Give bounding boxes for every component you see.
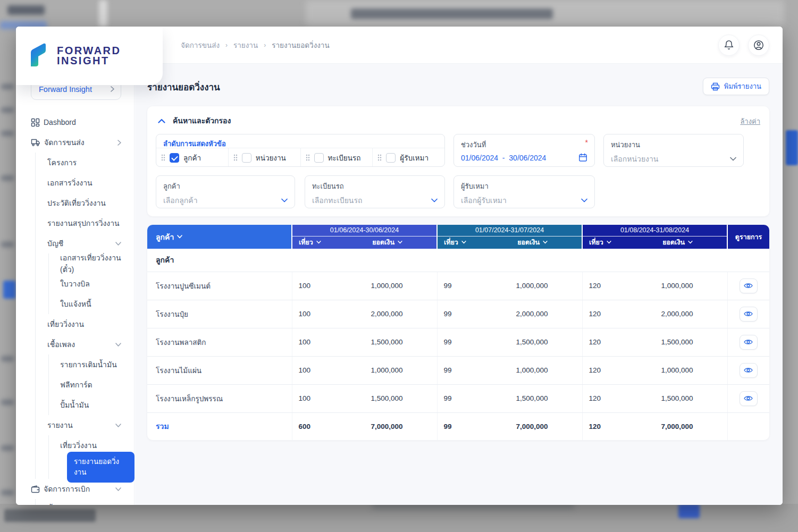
- chevron-down-icon: [115, 487, 121, 491]
- sidebar-item-trip-run[interactable]: เที่ยววิ่งงาน: [36, 314, 135, 334]
- header-order-title: ลำดับการแสดงหัวข้อ: [156, 134, 444, 148]
- view-row-button[interactable]: [740, 391, 758, 406]
- subheader-trip-month1[interactable]: เที่ยว: [292, 236, 340, 249]
- eye-icon: [744, 395, 753, 402]
- chevron-down-icon: [730, 157, 736, 161]
- background-blur-shape: [1, 84, 14, 89]
- background-blur-shape: [786, 130, 798, 165]
- subheader-trip-month2[interactable]: เที่ยว: [437, 236, 485, 249]
- checkbox-customer[interactable]: [170, 153, 179, 163]
- sidebar-item-reports[interactable]: รายงาน: [36, 415, 135, 435]
- sidebar-item-trip-docs-ticket[interactable]: เอกสารเที่ยววิ่งงาน (ตั๋ว): [49, 254, 135, 274]
- table-row: โรงงานเหล็กรูปพรรณ 100 1,500,000 99 1,50…: [147, 384, 769, 412]
- order-option-customer: ลูกค้า: [156, 148, 229, 167]
- view-row-button[interactable]: [740, 278, 758, 293]
- reports-submenu: เที่ยววิ่งงาน รายงานยอดวิ่งงาน: [48, 435, 135, 479]
- table-row: โรงงานปุ๋ย 100 2,000,000 99 2,000,000 12…: [147, 300, 769, 328]
- sidebar-item-label: ใบแจ้งหนี้: [60, 298, 91, 310]
- chevron-down-icon: [431, 198, 438, 202]
- checkbox-contractor[interactable]: [386, 153, 396, 163]
- breadcrumb-item-current: รายงานยอดวิ่งงาน: [272, 39, 330, 51]
- filter-section-title: ค้นหาและตัวกรอง: [173, 115, 231, 126]
- sidebar-item-accounting[interactable]: บัญชี: [36, 233, 135, 254]
- logo-word-2: INSIGHT: [57, 56, 121, 66]
- sidebar-item-fuel[interactable]: เชื้อเพลง: [36, 334, 135, 354]
- sidebar-item-label: เที่ยววิ่งงาน: [47, 318, 84, 330]
- chevron-down-icon: [688, 241, 693, 244]
- subheader-amount-month3[interactable]: ยอดเงิน: [631, 236, 727, 249]
- subheader-amount-month2[interactable]: ยอดเงิน: [485, 236, 582, 249]
- notifications-button[interactable]: [718, 35, 740, 56]
- main-content: รายงานยอดวิ่งงาน พิมพ์รายงาน ค้นหาและตัว…: [135, 64, 783, 505]
- sidebar-item-dashboard[interactable]: Dashbord: [16, 112, 135, 132]
- sidebar-item-expense-request[interactable]: ตั้งเบิกค่าใช้จ่าย: [36, 499, 135, 505]
- sidebar-item-run-summary-report[interactable]: รายงานสรุปการวิ่งงาน: [36, 213, 135, 233]
- date-range-field[interactable]: * ช่วงวันที่ 01/06/2024 - 30/06/2024: [453, 134, 595, 167]
- background-blur-shape: [1, 131, 14, 136]
- drag-handle-icon[interactable]: [306, 154, 310, 161]
- checkbox-vehicle[interactable]: [314, 153, 324, 163]
- date-range-label: ช่วงวันที่: [461, 139, 587, 150]
- account-button[interactable]: [748, 35, 769, 56]
- drag-handle-icon[interactable]: [161, 154, 165, 161]
- sidebar-item-fleet-card[interactable]: ฟลีทการ์ด: [49, 375, 135, 395]
- breadcrumb: จัดการขนส่ง › รายงาน › รายงานยอดวิ่งงาน: [181, 27, 330, 64]
- app-window: จัดการขนส่ง › รายงาน › รายงานยอดวิ่งงาน: [16, 27, 783, 505]
- user-circle-icon: [753, 39, 765, 51]
- sidebar-item-disbursement[interactable]: จัดการการเบิก: [16, 479, 135, 499]
- order-option-unit: หน่วยงาน: [229, 148, 301, 167]
- fuel-submenu: รายการเติมน้ำมัน ฟลีทการ์ด ปั้มน้ำมัน: [48, 354, 135, 415]
- subheader-trip-month3[interactable]: เที่ยว: [582, 236, 631, 249]
- chevron-down-icon: [581, 198, 587, 202]
- sidebar-item-invoice[interactable]: ใบแจ้งหนี้: [49, 294, 135, 314]
- view-row-button[interactable]: [740, 335, 758, 350]
- background-blur-shape: [7, 5, 45, 15]
- group-header-row: ลูกค้า: [147, 249, 769, 272]
- sidebar-item-label: รายงานสรุปการวิ่งงาน: [47, 217, 120, 229]
- sidebar-item-label: เอกสารวิ่งงาน: [47, 177, 93, 189]
- sidebar-item-run-docs[interactable]: เอกสารวิ่งงาน: [36, 173, 135, 193]
- sidebar-item-trip-history[interactable]: ประวัติเที่ยววิ่งงาน: [36, 193, 135, 213]
- sidebar-menu: Dashbord จัดการขนส่ง โครงการ เอกสารวิ่งง…: [16, 112, 135, 505]
- report-table: ลูกค้า 01/06/2024-30/06/2024 01/07/2024-…: [147, 225, 769, 440]
- eye-icon: [744, 282, 753, 289]
- sidebar-item-billing-note[interactable]: ใบวางบิล: [49, 274, 135, 294]
- required-asterisk: *: [585, 138, 588, 147]
- logo-panel: FORWARD INSIGHT: [16, 27, 163, 85]
- column-header-customer[interactable]: ลูกค้า: [147, 225, 292, 249]
- view-row-button[interactable]: [740, 307, 758, 322]
- breadcrumb-separator-icon: ›: [264, 41, 266, 49]
- total-label: รวม: [147, 412, 292, 440]
- drag-handle-icon[interactable]: [377, 154, 382, 161]
- calendar-icon[interactable]: [578, 153, 587, 162]
- breadcrumb-item[interactable]: จัดการขนส่ง: [181, 39, 220, 51]
- sidebar-item-label: Dashbord: [44, 118, 76, 126]
- sidebar-item-gas-station[interactable]: ปั้มน้ำมัน: [49, 395, 135, 415]
- print-report-button[interactable]: พิมพ์รายงาน: [703, 78, 769, 95]
- screen: จัดการขนส่ง › รายงาน › รายงานยอดวิ่งงาน: [0, 0, 798, 532]
- sidebar-item-fuel-fill-list[interactable]: รายการเติมน้ำมัน: [49, 354, 135, 375]
- vehicle-label: ทะเบียนรถ: [312, 181, 438, 192]
- table-row: โรงงานพลาสติก 100 1,500,000 99 1,500,000…: [147, 328, 769, 356]
- background-blur-shape: [99, 0, 107, 27]
- chevron-down-icon: [543, 241, 548, 244]
- breadcrumb-item[interactable]: รายงาน: [233, 39, 258, 51]
- background-blur-shape: [678, 504, 700, 518]
- subheader-amount-month1[interactable]: ยอดเงิน: [340, 236, 437, 249]
- checkbox-unit[interactable]: [242, 153, 251, 163]
- eye-icon: [744, 339, 753, 345]
- checkbox-label: หน่วยงาน: [256, 152, 286, 164]
- unit-select[interactable]: หน่วยงาน เลือกหน่วยงาน: [603, 134, 744, 167]
- contractor-select[interactable]: ผู้รับเหมา เลือกผู้รับเหมา: [453, 175, 595, 208]
- view-row-button[interactable]: [740, 363, 758, 378]
- checkbox-label: ลูกค้า: [183, 152, 201, 164]
- drag-handle-icon[interactable]: [233, 154, 238, 161]
- vehicle-select[interactable]: ทะเบียนรถ เลือกทะเบียนรถ: [305, 175, 445, 208]
- collapse-filters-button[interactable]: [158, 119, 165, 123]
- customer-select[interactable]: ลูกค้า เลือกลูกค้า: [156, 175, 295, 208]
- sidebar-item-project[interactable]: โครงการ: [36, 153, 135, 173]
- clear-filters-link[interactable]: ล้างค่า: [740, 116, 760, 127]
- sidebar-item-report-run-total[interactable]: รายงานยอดวิ่งงาน: [49, 455, 135, 479]
- sidebar-item-label: ใบวางบิล: [60, 278, 90, 290]
- sidebar-item-transport[interactable]: จัดการขนส่ง: [16, 132, 135, 153]
